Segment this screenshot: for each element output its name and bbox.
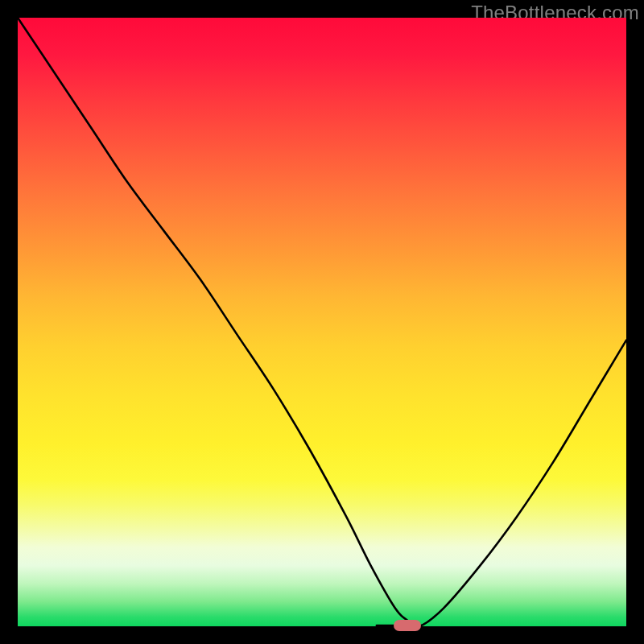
chart-frame: TheBottleneck.com bbox=[0, 0, 644, 644]
bottleneck-curve bbox=[18, 18, 626, 626]
optimum-marker bbox=[394, 620, 421, 631]
plot-area bbox=[18, 18, 626, 626]
